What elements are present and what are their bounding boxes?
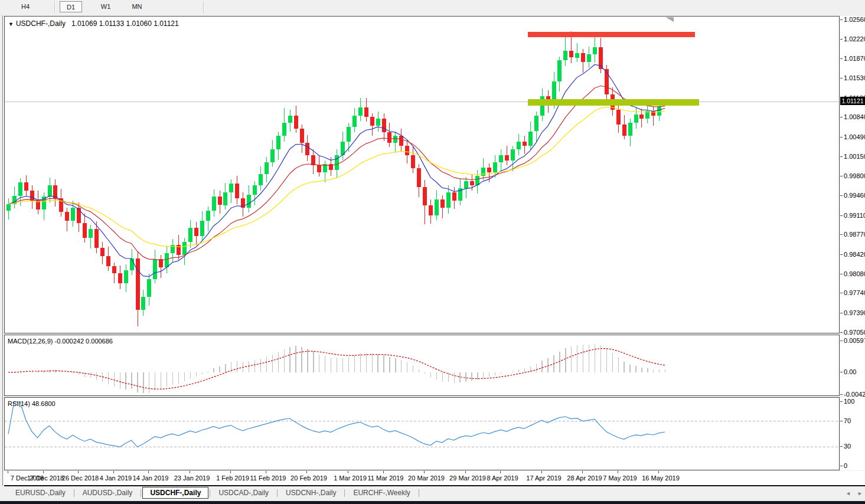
axis-tick-label: 0.99110 xyxy=(844,212,865,219)
date-axis[interactable]: 7 Dec 201817 Dec 201826 Dec 20184 Jan 20… xyxy=(4,471,865,486)
timeframe-h4-button[interactable]: H4 xyxy=(14,1,37,12)
rsi-value: 48.6800 xyxy=(32,400,56,407)
date-tick xyxy=(113,471,114,473)
axis-tick-label: 1.02220 xyxy=(844,35,865,42)
chart-symbol-label: USDCHF-,Daily xyxy=(16,19,66,28)
axis-tick xyxy=(840,341,843,341)
resistance-zone xyxy=(528,32,695,37)
axis-tick xyxy=(840,394,843,395)
price-chart-panel[interactable]: ▼USDCHF-,Daily1.01069 1.01133 1.01060 1.… xyxy=(4,16,840,333)
axis-tick-label: 1.00150 xyxy=(844,153,865,160)
axis-tick-label: -0.004243 xyxy=(844,391,865,398)
timeframe-w1-button[interactable]: W1 xyxy=(94,1,117,12)
tab-eurchf-weekly[interactable]: EURCHF-,Weekly xyxy=(346,487,417,498)
axis-tick xyxy=(840,137,843,138)
date-tick-label: 20 Mar 2019 xyxy=(404,474,448,482)
axis-tick xyxy=(840,156,843,157)
date-tick-label: 16 May 2019 xyxy=(639,474,683,482)
date-tick-label: 14 Jan 2019 xyxy=(129,474,172,482)
axis-tick-label: 0 xyxy=(844,462,847,469)
axis-tick xyxy=(840,401,843,402)
date-tick xyxy=(383,471,384,473)
axis-tick xyxy=(840,421,843,421)
date-tick xyxy=(306,471,307,473)
date-tick xyxy=(582,471,583,473)
date-tick xyxy=(500,471,501,473)
rsi-indicator-panel[interactable]: RSI(14) 48.6800 xyxy=(4,397,840,470)
axis-tick xyxy=(840,215,843,216)
macd-indicator-panel[interactable]: MACD(12,26,9) -0.000242 0.000686 xyxy=(4,335,840,396)
axis-tick-label: 0.00 xyxy=(844,368,856,375)
tab-separator xyxy=(419,489,419,497)
chart-title: ▼USDCHF-,Daily1.01069 1.01133 1.01060 1.… xyxy=(8,19,179,28)
axis-tick-label: 30 xyxy=(844,443,851,450)
tab-usdcad-daily[interactable]: USDCAD-,Daily xyxy=(211,487,276,498)
axis-tick-label: 0.99800 xyxy=(844,172,865,179)
timeframe-mn-button[interactable]: MN xyxy=(126,1,148,12)
date-tick xyxy=(424,471,425,473)
tab-eurusd-daily[interactable]: EURUSD-,Daily xyxy=(8,487,73,498)
date-tick xyxy=(78,471,79,473)
axis-tick-label: 1.01530 xyxy=(844,74,865,81)
date-tick xyxy=(230,471,231,473)
tab-usdchf-daily[interactable]: USDCHF-,Daily xyxy=(142,487,208,499)
axis-tick xyxy=(840,313,843,313)
date-tick xyxy=(266,471,266,473)
axis-tick-label: 0.98420 xyxy=(844,251,865,258)
axis-tick xyxy=(840,274,843,274)
window-frame xyxy=(2,15,3,486)
axis-tick xyxy=(840,176,843,176)
support-zone xyxy=(528,99,699,106)
axis-tick-label: 0.00597 xyxy=(844,337,865,344)
axis-tick xyxy=(840,19,843,20)
axis-tick xyxy=(840,195,843,196)
toolbar-separator xyxy=(203,1,204,13)
tab-audusd-daily[interactable]: AUDUSD-,Daily xyxy=(76,487,140,498)
tab-separator xyxy=(277,489,278,497)
candlestick-chart[interactable] xyxy=(5,17,839,333)
date-tick xyxy=(348,471,348,473)
tab-separator xyxy=(141,489,141,497)
date-tick-label: 8 Apr 2019 xyxy=(481,474,524,482)
axis-tick xyxy=(840,293,843,293)
axis-tick xyxy=(840,372,843,372)
chart-tab-bar: ◄ ► EURUSD-,DailyAUDUSD-,DailyUSDCHF-,Da… xyxy=(0,486,865,499)
axis-tick xyxy=(840,332,843,333)
axis-tick xyxy=(840,117,843,117)
date-tick xyxy=(43,471,44,473)
rsi-axis[interactable] xyxy=(840,397,865,470)
axis-tick-label: 100 xyxy=(844,398,854,405)
chart-shift-marker-icon xyxy=(665,17,674,22)
axis-tick-label: 1.01870 xyxy=(844,55,865,62)
axis-tick-label: 0.97740 xyxy=(844,289,865,296)
axis-tick xyxy=(840,78,843,78)
axis-tick xyxy=(840,254,843,255)
chart-dropdown-icon[interactable]: ▼ xyxy=(8,21,14,27)
status-strip xyxy=(0,501,865,504)
date-tick-label: 23 Jan 2019 xyxy=(170,474,214,482)
axis-tick xyxy=(840,58,843,59)
date-tick xyxy=(618,471,618,473)
macd-chart[interactable] xyxy=(5,335,839,395)
tab-scroll-right-icon[interactable]: ► xyxy=(857,490,863,496)
axis-tick xyxy=(840,234,843,235)
chart-ohlc-values: 1.01069 1.01133 1.01060 1.01121 xyxy=(71,19,179,28)
current-price-badge: 1.01121 xyxy=(840,97,865,105)
timeframe-toolbar: H4 D1 W1 MN xyxy=(0,0,865,15)
tab-usdcnh-daily[interactable]: USDCNH-,Daily xyxy=(279,487,343,498)
timeframe-d1-button[interactable]: D1 xyxy=(60,1,82,12)
axis-tick-label: 0.98080 xyxy=(844,270,865,277)
date-tick-label: 7 May 2019 xyxy=(598,474,642,482)
rsi-chart[interactable] xyxy=(5,398,839,470)
date-tick xyxy=(148,471,149,473)
tab-separator xyxy=(344,489,345,497)
axis-tick xyxy=(840,446,843,447)
date-tick xyxy=(541,471,542,473)
date-tick xyxy=(658,471,659,473)
date-tick-label: 17 Apr 2019 xyxy=(522,474,566,482)
axis-tick-label: 1.00840 xyxy=(844,113,865,120)
macd-label: MACD(12,26,9) -0.000242 0.000686 xyxy=(8,338,113,345)
rsi-label: RSI(14) 48.6800 xyxy=(8,400,56,407)
axis-tick xyxy=(840,466,843,466)
tab-scroll-left-icon[interactable]: ◄ xyxy=(846,490,851,496)
